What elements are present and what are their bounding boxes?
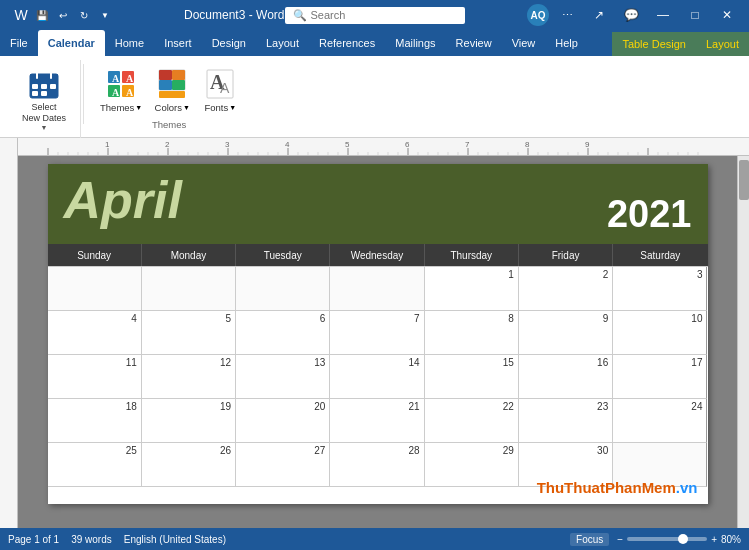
select-new-dates-button[interactable]: SelectNew Dates ▼ bbox=[18, 64, 70, 133]
day-label-sunday: Sunday bbox=[48, 244, 142, 266]
cal-cell: 5 bbox=[142, 311, 236, 355]
page-count: Page 1 of 1 bbox=[8, 534, 59, 545]
tab-references[interactable]: References bbox=[309, 30, 385, 56]
svg-rect-4 bbox=[50, 84, 56, 89]
cal-cell: 29 bbox=[425, 443, 519, 487]
title-bar-left: W 💾 ↩ ↻ ▼ Document3 - Word bbox=[8, 6, 284, 24]
search-input[interactable] bbox=[311, 9, 451, 21]
tab-home[interactable]: Home bbox=[105, 30, 154, 56]
day-label-saturday: Saturday bbox=[613, 244, 707, 266]
tab-file[interactable]: File bbox=[0, 30, 38, 56]
ribbon-tab-bar: File Calendar Home Insert Design Layout … bbox=[0, 30, 749, 56]
svg-text:A: A bbox=[126, 87, 134, 98]
cal-cell bbox=[142, 267, 236, 311]
tab-help[interactable]: Help bbox=[545, 30, 588, 56]
save-button[interactable]: 💾 bbox=[33, 6, 51, 24]
svg-rect-19 bbox=[172, 70, 185, 80]
customize-quick-access[interactable]: ▼ bbox=[96, 6, 114, 24]
calendar-month: April bbox=[48, 164, 198, 244]
svg-text:A: A bbox=[126, 73, 134, 84]
zoom-in-button[interactable]: + bbox=[711, 534, 717, 545]
search-icon: 🔍 bbox=[293, 9, 307, 22]
search-box[interactable]: 🔍 bbox=[285, 7, 465, 24]
cal-cell bbox=[236, 267, 330, 311]
vertical-scrollbar[interactable] bbox=[737, 156, 749, 528]
share-button[interactable]: ↗ bbox=[585, 4, 613, 26]
themes-icon: A A A A bbox=[103, 66, 139, 102]
word-icon: W bbox=[12, 6, 30, 24]
cal-cell: 26 bbox=[142, 443, 236, 487]
cal-cell: 2 bbox=[519, 267, 613, 311]
themes-button[interactable]: A A A A Themes ▼ bbox=[96, 64, 146, 115]
cal-cell: 23 bbox=[519, 399, 613, 443]
zoom-control[interactable]: − + 80% bbox=[617, 534, 741, 545]
zoom-level: 80% bbox=[721, 534, 741, 545]
comments-button[interactable]: 💬 bbox=[617, 4, 645, 26]
svg-text:A: A bbox=[112, 73, 120, 84]
tab-table-design[interactable]: Table Design bbox=[612, 34, 696, 54]
svg-text:4: 4 bbox=[285, 140, 290, 149]
word-count: 39 words bbox=[71, 534, 112, 545]
cal-cell: 11 bbox=[48, 355, 142, 399]
themes-group-content: A A A A Themes ▼ bbox=[96, 64, 242, 115]
search-area: 🔍 bbox=[285, 7, 465, 24]
document-page: April 2021 Sunday Monday Tuesday Wednesd… bbox=[48, 164, 708, 504]
scrollbar-thumb[interactable] bbox=[739, 160, 749, 200]
zoom-out-button[interactable]: − bbox=[617, 534, 623, 545]
select-new-dates-label: SelectNew Dates bbox=[22, 102, 66, 124]
minimize-button[interactable]: — bbox=[649, 4, 677, 26]
fonts-button[interactable]: A A Fonts ▼ bbox=[198, 64, 242, 115]
undo-button[interactable]: ↩ bbox=[54, 6, 72, 24]
day-label-tuesday: Tuesday bbox=[236, 244, 330, 266]
colors-button[interactable]: Colors ▼ bbox=[150, 64, 194, 115]
svg-rect-3 bbox=[41, 84, 47, 89]
redo-button[interactable]: ↻ bbox=[75, 6, 93, 24]
themes-label: Themes bbox=[100, 102, 134, 113]
day-label-thursday: Thursday bbox=[425, 244, 519, 266]
ruler-area: // ticks rendered via JS below 123456789 bbox=[0, 138, 749, 156]
tab-review[interactable]: Review bbox=[446, 30, 502, 56]
zoom-slider[interactable] bbox=[627, 537, 707, 541]
tab-mailings[interactable]: Mailings bbox=[385, 30, 445, 56]
app-title: Document3 - Word bbox=[184, 8, 284, 22]
tab-calendar[interactable]: Calendar bbox=[38, 30, 105, 56]
calendar-days-header: Sunday Monday Tuesday Wednesday Thursday… bbox=[48, 244, 708, 266]
status-left: Page 1 of 1 39 words English (United Sta… bbox=[8, 534, 226, 545]
tab-insert[interactable]: Insert bbox=[154, 30, 202, 56]
cal-cell: 25 bbox=[48, 443, 142, 487]
watermark-part2: PhanMem bbox=[605, 479, 676, 496]
svg-rect-22 bbox=[159, 91, 185, 98]
focus-button[interactable]: Focus bbox=[570, 533, 609, 546]
svg-text:3: 3 bbox=[225, 140, 230, 149]
cal-cell: 6 bbox=[236, 311, 330, 355]
cal-cell: 20 bbox=[236, 399, 330, 443]
cal-cell bbox=[330, 267, 424, 311]
colors-icon bbox=[154, 66, 190, 102]
title-bar-right: AQ ⋯ ↗ 💬 — □ ✕ bbox=[527, 4, 741, 26]
close-button[interactable]: ✕ bbox=[713, 4, 741, 26]
tab-table-layout[interactable]: Layout bbox=[696, 34, 749, 54]
ribbon-separator-1 bbox=[83, 64, 84, 124]
restore-button[interactable]: □ bbox=[681, 4, 709, 26]
svg-text:9: 9 bbox=[585, 140, 590, 149]
zoom-thumb bbox=[678, 534, 688, 544]
svg-text:8: 8 bbox=[525, 140, 530, 149]
tab-layout[interactable]: Layout bbox=[256, 30, 309, 56]
watermark-part3: .vn bbox=[676, 479, 698, 496]
tab-design[interactable]: Design bbox=[202, 30, 256, 56]
ribbon-collapse-button[interactable]: ⋯ bbox=[553, 4, 581, 26]
tab-view[interactable]: View bbox=[502, 30, 546, 56]
cal-cell: 28 bbox=[330, 443, 424, 487]
cal-cell: 22 bbox=[425, 399, 519, 443]
day-label-friday: Friday bbox=[519, 244, 613, 266]
cal-cell: 8 bbox=[425, 311, 519, 355]
svg-rect-2 bbox=[32, 84, 38, 89]
cal-cell: 24 bbox=[613, 399, 707, 443]
day-label-wednesday: Wednesday bbox=[330, 244, 424, 266]
themes-group-label: Themes bbox=[152, 115, 186, 130]
svg-text:2: 2 bbox=[165, 140, 170, 149]
svg-text:1: 1 bbox=[105, 140, 110, 149]
main-content[interactable]: April 2021 Sunday Monday Tuesday Wednesd… bbox=[18, 156, 737, 528]
svg-text:A: A bbox=[112, 87, 120, 98]
fonts-icon: A A bbox=[202, 66, 238, 102]
